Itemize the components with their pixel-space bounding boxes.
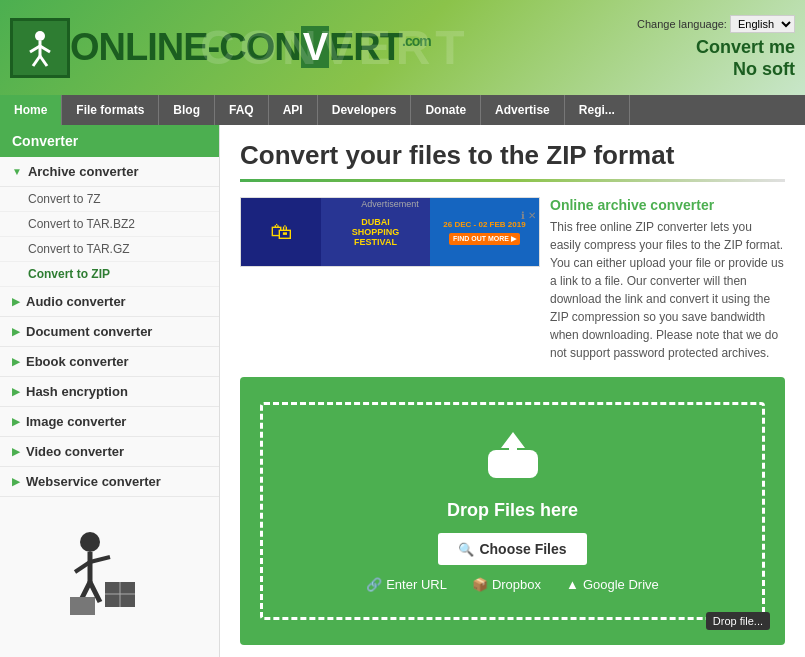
sidebar-item-video-converter[interactable]: ▶ Video converter (0, 437, 219, 467)
header: ONLINE-CONVERT.com CONVERT Change langua… (0, 0, 805, 95)
upload-icon-svg (483, 430, 543, 480)
sidebar-child-7z[interactable]: Convert to 7Z (0, 187, 219, 212)
search-icon: 🔍 (458, 542, 474, 557)
sidebar: Converter ▼ Archive converter Convert to… (0, 125, 220, 657)
title-underline (240, 179, 785, 182)
ad-brand: DUBAISHOPPINGFESTIVAL (352, 217, 400, 247)
sidebar-item-hash-encryption[interactable]: ▶ Hash encryption (0, 377, 219, 407)
language-select[interactable]: English (730, 15, 795, 33)
ad-info-icon[interactable]: ℹ (521, 210, 525, 221)
page-title: Convert your files to the ZIP format (240, 140, 785, 171)
drop-tooltip: Drop file... (706, 612, 770, 630)
nav-register[interactable]: Regi... (565, 95, 630, 125)
drop-text: Drop Files here (283, 500, 742, 521)
ad-date: 26 DEC - 02 FEB 2019 (443, 220, 525, 229)
sidebar-child-targz[interactable]: Convert to TAR.GZ (0, 237, 219, 262)
expand-arrow-video-icon: ▶ (12, 446, 20, 457)
svg-line-9 (90, 557, 110, 562)
ad-left-section: 🛍 (241, 198, 321, 266)
sidebar-hash-label: Hash encryption (26, 384, 128, 399)
drop-zone-inner: Drop Files here 🔍 Choose Files 🔗 Enter U… (260, 402, 765, 620)
tagline: Convert me No soft (637, 37, 795, 80)
sidebar-item-document-converter[interactable]: ▶ Document converter (0, 317, 219, 347)
svg-line-4 (33, 56, 40, 66)
nav-advertise[interactable]: Advertise (481, 95, 565, 125)
sidebar-figure (0, 527, 219, 617)
logo-area: ONLINE-CONVERT.com (10, 18, 431, 78)
svg-line-5 (40, 56, 47, 66)
sidebar-item-archive-converter[interactable]: ▼ Archive converter (0, 157, 219, 187)
choose-files-button[interactable]: 🔍 Choose Files (438, 533, 586, 565)
nav-file-formats[interactable]: File formats (62, 95, 159, 125)
google-drive-label: Google Drive (583, 577, 659, 592)
svg-point-0 (35, 31, 45, 41)
ad-label: Advertisement (361, 199, 419, 209)
shopping-bag-icon: 🛍 (270, 219, 292, 245)
logo-icon (10, 18, 70, 78)
change-language-label: Change language: (637, 18, 727, 30)
sidebar-child-tarbz2[interactable]: Convert to TAR.BZ2 (0, 212, 219, 237)
upload-cloud-icon (283, 430, 742, 492)
description-text: This free online ZIP converter lets you … (550, 218, 785, 362)
expand-arrow-doc-icon: ▶ (12, 326, 20, 337)
content-area: Convert your files to the ZIP format Adv… (220, 125, 805, 657)
sidebar-item-image-converter[interactable]: ▶ Image converter (0, 407, 219, 437)
sidebar-video-label: Video converter (26, 444, 124, 459)
description-title: Online archive converter (550, 197, 785, 213)
google-drive-icon: ▲ (566, 577, 579, 592)
expand-arrow-ebook-icon: ▶ (12, 356, 20, 367)
svg-rect-15 (70, 597, 95, 615)
ad-controls: ℹ ✕ (521, 210, 536, 221)
header-right: Change language: English Convert me No s… (637, 15, 795, 80)
expand-arrow-web-icon: ▶ (12, 476, 20, 487)
sidebar-child-zip[interactable]: Convert to ZIP (0, 262, 219, 287)
enter-url-link[interactable]: 🔗 Enter URL (366, 577, 447, 592)
sidebar-archive-label: Archive converter (28, 164, 139, 179)
sidebar-item-webservice-converter[interactable]: ▶ Webservice converter (0, 467, 219, 497)
links-row: 🔗 Enter URL 📦 Dropbox ▲ Google Drive (283, 577, 742, 592)
sidebar-webservice-label: Webservice converter (26, 474, 161, 489)
nav-developers[interactable]: Developers (318, 95, 412, 125)
logo-text: ONLINE-CONVERT.com (70, 26, 431, 69)
nav-api[interactable]: API (269, 95, 318, 125)
sidebar-person-icon (60, 527, 160, 617)
link-icon: 🔗 (366, 577, 382, 592)
sidebar-title: Converter (0, 125, 219, 157)
sidebar-image-label: Image converter (26, 414, 126, 429)
expand-arrow-image-icon: ▶ (12, 416, 20, 427)
ad-close-icon[interactable]: ✕ (528, 210, 536, 221)
google-drive-link[interactable]: ▲ Google Drive (566, 577, 659, 592)
nav-donate[interactable]: Donate (411, 95, 481, 125)
nav-faq[interactable]: FAQ (215, 95, 269, 125)
nav-home[interactable]: Home (0, 95, 62, 125)
enter-url-label: Enter URL (386, 577, 447, 592)
sidebar-document-label: Document converter (26, 324, 152, 339)
ad-right-section: 26 DEC - 02 FEB 2019 FIND OUT MORE ▶ (430, 198, 539, 266)
dropbox-icon: 📦 (472, 577, 488, 592)
ad-cta-button[interactable]: FIND OUT MORE ▶ (449, 233, 520, 245)
ad-description-row: Advertisement 🛍 DUBAISHOPPINGFESTIVAL 26… (240, 197, 785, 362)
sidebar-audio-label: Audio converter (26, 294, 126, 309)
logo-figure-icon (20, 28, 60, 68)
dropbox-link[interactable]: 📦 Dropbox (472, 577, 541, 592)
expand-arrow-audio-icon: ▶ (12, 296, 20, 307)
expand-arrow-hash-icon: ▶ (12, 386, 20, 397)
language-selector-area: Change language: English (637, 15, 795, 33)
svg-point-6 (80, 532, 100, 552)
description-box: Online archive converter This free onlin… (550, 197, 785, 362)
nav-blog[interactable]: Blog (159, 95, 215, 125)
dropbox-label: Dropbox (492, 577, 541, 592)
sidebar-item-audio-converter[interactable]: ▶ Audio converter (0, 287, 219, 317)
drop-zone[interactable]: Drop Files here 🔍 Choose Files 🔗 Enter U… (240, 377, 785, 645)
sidebar-ebook-label: Ebook converter (26, 354, 129, 369)
main-layout: Converter ▼ Archive converter Convert to… (0, 125, 805, 657)
sidebar-item-ebook-converter[interactable]: ▶ Ebook converter (0, 347, 219, 377)
main-nav: Home File formats Blog FAQ API Developer… (0, 95, 805, 125)
expand-arrow-icon: ▼ (12, 166, 22, 177)
choose-files-label: Choose Files (479, 541, 566, 557)
ad-banner: Advertisement 🛍 DUBAISHOPPINGFESTIVAL 26… (240, 197, 540, 267)
